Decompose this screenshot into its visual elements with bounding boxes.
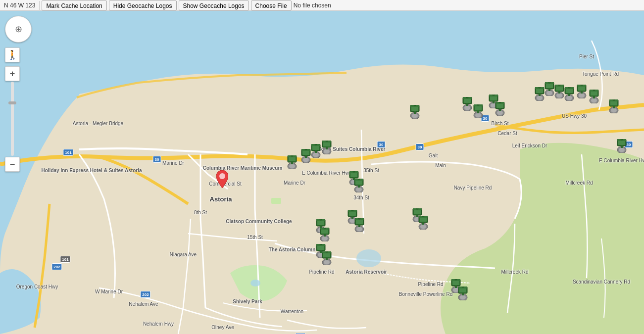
svg-point-79: [546, 91, 552, 95]
svg-rect-31: [326, 147, 328, 149]
svg-point-65: [497, 111, 503, 115]
zoom-thumb[interactable]: [8, 101, 16, 104]
svg-rect-199: [455, 286, 457, 288]
svg-rect-108: [593, 96, 595, 98]
geocache-marker[interactable]: [576, 85, 587, 98]
geocache-marker[interactable]: [321, 251, 332, 265]
geocache-marker[interactable]: [287, 155, 297, 169]
map-container[interactable]: Marine DrCommercial St8th St15th StMarin…: [0, 11, 644, 334]
svg-rect-168: [416, 208, 418, 209]
geocache-marker[interactable]: [608, 99, 619, 113]
svg-rect-21: [315, 144, 317, 145]
geocache-marker[interactable]: [495, 102, 505, 116]
geocache-marker[interactable]: [462, 97, 473, 111]
svg-point-37: [412, 114, 418, 118]
hide-logos-button[interactable]: Hide Geocache Logos: [109, 0, 177, 10]
svg-point-72: [537, 96, 543, 100]
geocache-marker[interactable]: [319, 228, 330, 241]
svg-rect-28: [326, 141, 328, 142]
svg-rect-140: [351, 210, 353, 211]
svg-point-2: [356, 249, 381, 267]
geocache-marker[interactable]: [589, 90, 599, 103]
pan-control[interactable]: ⊕: [5, 16, 32, 43]
street-view-control[interactable]: 🚶: [5, 48, 20, 62]
svg-rect-105: [593, 90, 595, 91]
svg-rect-52: [477, 111, 479, 113]
svg-rect-56: [493, 95, 495, 95]
svg-point-135: [356, 188, 362, 192]
svg-rect-196: [455, 279, 457, 280]
geocache-marker[interactable]: [409, 105, 420, 119]
geocache-marker[interactable]: [321, 141, 332, 154]
svg-rect-91: [568, 87, 570, 88]
zoom-out-button[interactable]: −: [5, 157, 20, 172]
svg-rect-122: [621, 145, 623, 148]
svg-rect-133: [358, 179, 360, 180]
svg-rect-63: [499, 102, 501, 103]
svg-point-23: [313, 153, 319, 157]
geocache-marker[interactable]: [544, 82, 555, 96]
svg-rect-119: [621, 139, 623, 140]
svg-rect-94: [568, 94, 570, 96]
svg-rect-115: [613, 106, 615, 108]
choose-file-button[interactable]: Choose File: [251, 0, 292, 10]
svg-rect-143: [351, 216, 353, 219]
svg-rect-35: [414, 105, 416, 106]
svg-point-191: [324, 260, 330, 265]
svg-rect-42: [466, 97, 468, 98]
pan-icon: ⊕: [15, 24, 22, 35]
show-logos-button[interactable]: Show Geocache Logos: [179, 0, 249, 10]
svg-rect-136: [358, 185, 360, 188]
geocache-marker[interactable]: [354, 218, 365, 232]
svg-rect-150: [358, 225, 360, 227]
svg-point-30: [324, 149, 330, 154]
svg-point-16: [303, 158, 309, 162]
mark-cache-button[interactable]: Mark Cache Location: [42, 0, 106, 10]
svg-point-100: [579, 94, 585, 98]
svg-rect-192: [326, 258, 328, 260]
geocache-marker[interactable]: [554, 85, 565, 98]
svg-point-44: [464, 106, 470, 110]
svg-rect-147: [358, 218, 360, 219]
red-location-marker[interactable]: [216, 170, 228, 185]
zoom-slider[interactable]: [11, 82, 14, 156]
svg-point-93: [566, 96, 572, 100]
svg-point-207: [219, 173, 225, 179]
svg-rect-182: [320, 244, 322, 245]
svg-point-177: [420, 225, 426, 229]
geocache-marker[interactable]: [353, 179, 364, 192]
svg-rect-126: [353, 171, 355, 172]
svg-rect-66: [499, 108, 501, 111]
svg-rect-45: [466, 103, 468, 106]
svg-point-107: [591, 98, 597, 103]
coordinates-display: N 46 W 123: [0, 1, 40, 10]
svg-rect-87: [558, 91, 560, 94]
svg-rect-101: [581, 91, 583, 94]
svg-rect-189: [326, 251, 328, 252]
svg-point-121: [619, 148, 625, 152]
geocache-marker[interactable]: [418, 216, 429, 230]
svg-rect-175: [422, 216, 424, 217]
svg-rect-73: [539, 94, 541, 96]
svg-rect-84: [558, 85, 560, 86]
geocache-marker[interactable]: [473, 104, 484, 118]
zoom-in-button[interactable]: +: [5, 66, 20, 81]
svg-rect-164: [324, 234, 326, 237]
svg-point-3: [250, 280, 260, 286]
geocache-marker[interactable]: [310, 144, 321, 158]
svg-rect-17: [305, 155, 307, 158]
geocache-marker[interactable]: [616, 139, 627, 153]
svg-point-149: [356, 227, 362, 232]
svg-point-86: [556, 94, 562, 98]
geocache-marker[interactable]: [534, 87, 545, 101]
svg-point-114: [611, 108, 617, 113]
geocache-marker[interactable]: [457, 286, 468, 300]
svg-rect-49: [477, 104, 479, 105]
geocache-marker[interactable]: [564, 87, 575, 101]
svg-rect-112: [613, 99, 615, 100]
svg-rect-10: [291, 162, 293, 164]
svg-rect-178: [422, 222, 424, 225]
geocache-marker[interactable]: [300, 149, 311, 163]
svg-rect-203: [462, 286, 464, 287]
svg-point-163: [322, 237, 328, 241]
